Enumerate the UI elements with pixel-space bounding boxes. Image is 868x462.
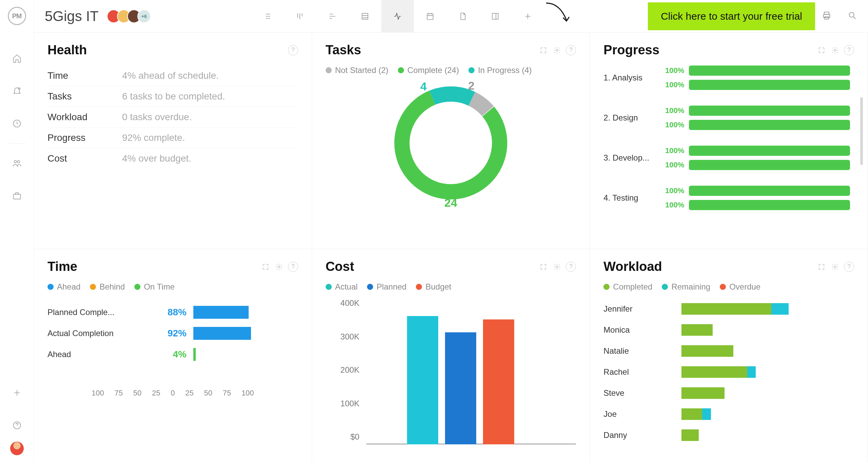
clock-icon[interactable] [12,118,22,129]
expand-icon[interactable] [539,45,548,55]
workload-name: Joe [603,409,678,419]
workload-row: Rachel [603,362,854,383]
expand-icon[interactable] [817,45,826,55]
health-value: 92% complete. [122,132,185,143]
cost-bar-actual [407,316,438,444]
view-doc-icon[interactable] [446,0,479,33]
gear-icon[interactable] [830,45,840,55]
legend-item[interactable]: Not Started (2) [326,66,388,75]
legend-item[interactable]: On Time [134,282,175,292]
svg-rect-11 [825,17,829,19]
plus-icon[interactable] [12,387,22,398]
bell-icon[interactable] [12,86,22,96]
legend-item[interactable]: Ahead [47,282,80,292]
view-calendar-icon[interactable] [414,0,446,33]
expand-icon[interactable] [261,262,270,272]
cost-bar-budget [483,319,514,444]
health-label: Tasks [47,91,122,102]
workload-bar [681,429,854,441]
workload-bar [681,366,854,378]
legend-item[interactable]: Remaining [662,282,710,292]
search-icon[interactable] [848,11,857,22]
health-row: Cost 4% over budget. [47,148,298,169]
view-panel-icon[interactable] [479,0,512,33]
legend-item[interactable]: Planned [367,282,406,292]
legend-item[interactable]: Overdue [720,282,760,292]
legend-dot-icon [90,284,96,290]
help-icon[interactable]: ? [288,262,298,272]
help-icon[interactable]: ? [844,262,854,272]
time-row: Planned Comple... 88% [47,302,298,323]
progress-name: 3. Develop... [603,153,658,163]
axis-tick: 25 [152,389,160,398]
progress-row: 3. Develop... 100% 100% [603,146,850,170]
legend-item[interactable]: Budget [416,282,451,292]
time-pct: 92% [136,328,190,339]
legend-label: Completed [613,282,652,292]
axis-tick: 75 [223,389,231,398]
gear-icon[interactable] [552,262,562,272]
cost-panel: Cost ? Actual Planned Budget [312,249,590,462]
help-icon[interactable]: ? [566,45,576,55]
progress-pct: 100% [662,106,684,115]
help-icon[interactable]: ? [288,45,298,55]
view-board-icon[interactable] [284,0,316,33]
donut-value: 4 [420,80,427,93]
time-label: Planned Comple... [47,308,132,317]
legend-item[interactable]: Behind [90,282,125,292]
panel-title: Tasks [326,43,361,57]
gear-icon[interactable] [274,262,284,272]
panel-title: Health [47,43,87,57]
scrollbar[interactable] [860,97,863,165]
axis-tick: 75 [114,389,122,398]
avatar-more[interactable]: +6 [137,10,151,23]
view-list-icon[interactable] [251,0,284,33]
cta-banner[interactable]: Click here to start your free trial [648,2,815,30]
legend-label: Complete (24) [407,66,459,75]
time-label: Ahead [47,350,132,359]
progress-bar [689,106,850,116]
time-row: Ahead 4% [47,344,298,365]
view-add-icon[interactable] [512,0,544,33]
legend-dot-icon [416,284,422,290]
member-avatars[interactable]: +6 [107,10,151,23]
legend-item[interactable]: In Progress (4) [468,66,532,75]
workload-bar [681,387,854,399]
workload-name: Natalie [603,346,678,356]
user-avatar[interactable] [10,442,24,455]
time-bar [193,327,251,340]
expand-icon[interactable] [817,262,826,272]
workload-name: Steve [603,388,678,398]
legend-dot-icon [720,284,726,290]
gear-icon[interactable] [552,45,562,55]
app-logo[interactable]: PM [8,7,26,25]
legend-label: Planned [377,282,406,292]
progress-bar [689,200,850,210]
health-value: 6 tasks to be completed. [122,91,225,102]
progress-bar [689,80,850,90]
briefcase-icon[interactable] [12,190,22,201]
people-icon[interactable] [12,158,22,169]
home-icon[interactable] [12,53,22,64]
print-icon[interactable] [822,11,831,22]
svg-rect-9 [824,12,829,14]
view-table-icon[interactable] [349,0,381,33]
help-icon[interactable] [12,420,22,431]
tasks-donut-chart: 24 4 2 [390,82,512,204]
view-gantt-icon[interactable] [316,0,349,33]
gear-icon[interactable] [830,262,840,272]
axis-tick: 50 [204,389,212,398]
expand-icon[interactable] [539,262,548,272]
view-status-icon[interactable] [381,0,414,33]
health-panel: Health ? Time 4% ahead of schedule. Task… [34,33,312,249]
help-icon[interactable]: ? [844,45,854,55]
legend-item[interactable]: Completed [603,282,652,292]
progress-pct: 100% [662,80,684,89]
legend-item[interactable]: Complete (24) [398,66,459,75]
legend-label: Not Started (2) [335,66,388,75]
panel-title: Workload [603,259,662,274]
legend-item[interactable]: Actual [326,282,358,292]
help-icon[interactable]: ? [566,262,576,272]
health-value: 4% over budget. [122,153,191,164]
project-title: 5Gigs IT [45,8,99,24]
